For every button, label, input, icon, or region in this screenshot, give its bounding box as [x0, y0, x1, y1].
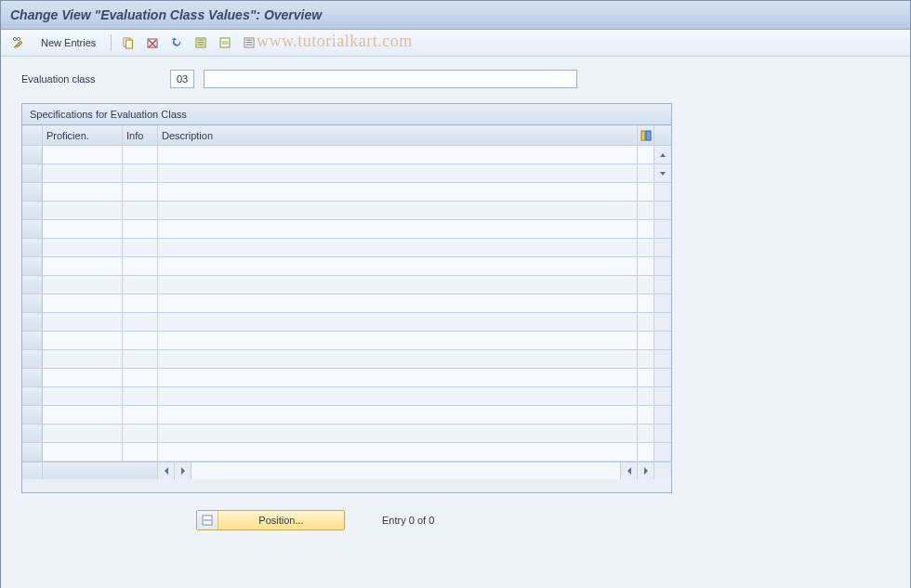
cell-proficiency[interactable] [43, 183, 123, 202]
cell-info[interactable] [123, 387, 158, 406]
column-header-selector[interactable] [22, 125, 43, 146]
deselect-all-button[interactable] [239, 33, 259, 53]
row-selector[interactable] [22, 164, 43, 183]
cell-description[interactable] [158, 257, 638, 276]
vscroll-track[interactable] [654, 332, 671, 350]
cell-info[interactable] [123, 332, 158, 350]
cell-proficiency[interactable] [43, 239, 123, 257]
vscroll-track[interactable] [654, 239, 671, 257]
cell-description[interactable] [158, 183, 638, 202]
vscroll-track[interactable] [654, 313, 671, 332]
select-block-button[interactable] [215, 33, 235, 53]
cell-description[interactable] [158, 239, 638, 257]
evaluation-class-description[interactable] [204, 70, 577, 88]
vscroll-track[interactable] [654, 257, 671, 276]
hscroll-right[interactable] [621, 463, 638, 479]
position-button[interactable]: Position... [196, 510, 345, 530]
evaluation-class-code[interactable]: 03 [170, 70, 194, 88]
vscroll-track[interactable] [654, 220, 671, 239]
cell-info[interactable] [123, 257, 158, 276]
row-selector[interactable] [22, 313, 43, 332]
cell-description[interactable] [158, 146, 638, 164]
vscroll-track[interactable] [654, 443, 671, 462]
cell-info[interactable] [123, 425, 158, 443]
cell-proficiency[interactable] [43, 146, 123, 164]
vscroll-up[interactable] [654, 146, 671, 164]
row-selector[interactable] [22, 220, 43, 239]
vscroll-down[interactable] [654, 164, 671, 183]
cell-proficiency[interactable] [43, 443, 123, 462]
cell-description[interactable] [158, 387, 638, 406]
cell-info[interactable] [123, 294, 158, 313]
hscroll-right-fast[interactable] [638, 463, 654, 479]
column-header-description[interactable]: Description [158, 125, 638, 146]
cell-description[interactable] [158, 202, 638, 220]
cell-description[interactable] [158, 443, 638, 462]
row-selector[interactable] [22, 443, 43, 462]
row-selector[interactable] [22, 387, 43, 406]
row-selector[interactable] [22, 239, 43, 257]
toggle-change-display-button[interactable] [8, 33, 29, 53]
vscroll-track[interactable] [654, 183, 671, 202]
cell-proficiency[interactable] [43, 332, 123, 350]
delete-button[interactable] [142, 33, 163, 53]
vscroll-track[interactable] [654, 425, 671, 443]
copy-as-button[interactable] [118, 33, 139, 53]
hscroll-track[interactable] [191, 463, 621, 479]
row-selector[interactable] [22, 183, 43, 202]
cell-info[interactable] [123, 276, 158, 294]
cell-info[interactable] [123, 220, 158, 239]
vscroll-track[interactable] [654, 406, 671, 425]
cell-proficiency[interactable] [43, 276, 123, 294]
vscroll-track[interactable] [654, 369, 671, 387]
cell-description[interactable] [158, 313, 638, 332]
undo-change-button[interactable] [166, 33, 187, 53]
row-selector[interactable] [22, 350, 43, 369]
cell-proficiency[interactable] [43, 202, 123, 220]
new-entries-button[interactable]: New Entries [33, 33, 104, 53]
select-all-button[interactable] [191, 33, 211, 53]
cell-info[interactable] [123, 164, 158, 183]
cell-info[interactable] [123, 406, 158, 425]
hscroll-left-fast[interactable] [158, 463, 175, 479]
row-selector[interactable] [22, 202, 43, 220]
row-selector[interactable] [22, 257, 43, 276]
cell-description[interactable] [158, 369, 638, 387]
row-selector[interactable] [22, 146, 43, 164]
vscroll-track[interactable] [654, 202, 671, 220]
row-selector[interactable] [22, 425, 43, 443]
cell-description[interactable] [158, 350, 638, 369]
row-selector[interactable] [22, 294, 43, 313]
cell-info[interactable] [123, 369, 158, 387]
vscroll-track[interactable] [654, 387, 671, 406]
cell-info[interactable] [123, 183, 158, 202]
cell-info[interactable] [123, 202, 158, 220]
cell-proficiency[interactable] [43, 294, 123, 313]
row-selector[interactable] [22, 369, 43, 387]
cell-description[interactable] [158, 276, 638, 294]
cell-proficiency[interactable] [43, 164, 123, 183]
cell-proficiency[interactable] [43, 220, 123, 239]
hscroll-left[interactable] [175, 463, 191, 479]
cell-info[interactable] [123, 146, 158, 164]
cell-description[interactable] [158, 220, 638, 239]
row-selector[interactable] [22, 332, 43, 350]
column-header-proficiency[interactable]: Proficien. [43, 125, 123, 146]
cell-proficiency[interactable] [43, 350, 123, 369]
vscroll-track[interactable] [654, 350, 671, 369]
cell-proficiency[interactable] [43, 406, 123, 425]
cell-proficiency[interactable] [43, 369, 123, 387]
cell-proficiency[interactable] [43, 425, 123, 443]
cell-proficiency[interactable] [43, 257, 123, 276]
cell-info[interactable] [123, 239, 158, 257]
cell-description[interactable] [158, 332, 638, 350]
horizontal-scrollbar[interactable] [22, 462, 671, 479]
cell-description[interactable] [158, 425, 638, 443]
cell-proficiency[interactable] [43, 313, 123, 332]
cell-proficiency[interactable] [43, 387, 123, 406]
cell-description[interactable] [158, 406, 638, 425]
cell-description[interactable] [158, 164, 638, 183]
row-selector[interactable] [22, 276, 43, 294]
cell-info[interactable] [123, 313, 158, 332]
cell-info[interactable] [123, 350, 158, 369]
